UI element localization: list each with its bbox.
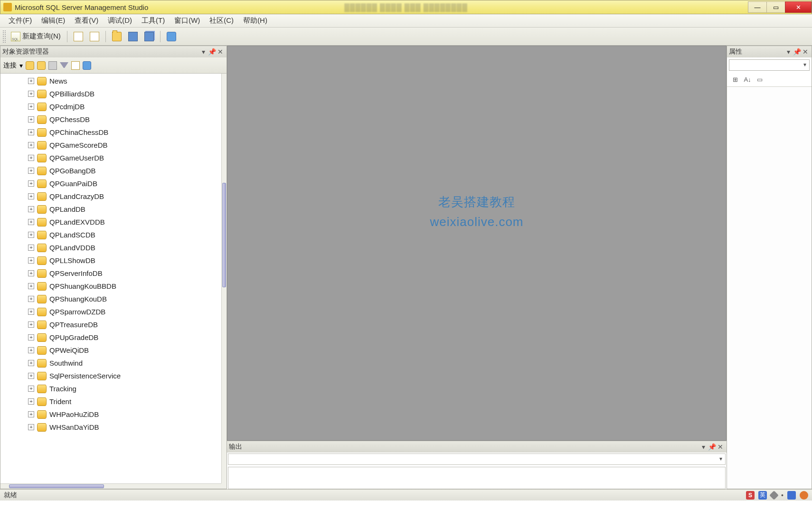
tree-node-database[interactable]: +QPServerInfoDB xyxy=(28,267,221,280)
properties-object-select[interactable] xyxy=(729,59,810,71)
tree-node-database[interactable]: +QPShuangKouDB xyxy=(28,293,221,305)
tree-node-database[interactable]: +QPSparrowDZDB xyxy=(28,305,221,318)
menu-tools[interactable]: 工具(T) xyxy=(137,15,170,27)
tree-node-database[interactable]: +News xyxy=(28,75,221,87)
close-panel-icon[interactable]: ✕ xyxy=(716,443,725,451)
expand-icon[interactable]: + xyxy=(28,257,34,264)
new-file-button-2[interactable] xyxy=(87,30,102,43)
expand-icon[interactable]: + xyxy=(28,411,34,417)
expand-icon[interactable]: + xyxy=(28,219,34,225)
minimize-button[interactable]: — xyxy=(748,1,767,13)
vertical-scrollbar[interactable] xyxy=(221,74,227,483)
panel-dropdown-icon[interactable]: ▾ xyxy=(784,48,793,56)
refresh-list-icon[interactable] xyxy=(71,61,80,70)
pin-icon[interactable]: 📌 xyxy=(793,48,801,56)
tree-node-database[interactable]: +QPBilliardsDB xyxy=(28,87,221,100)
save-all-button[interactable] xyxy=(142,30,156,43)
property-pages-button[interactable]: ▭ xyxy=(755,75,765,85)
tree-node-database[interactable]: +QPcdmjDB xyxy=(28,100,221,113)
menu-help[interactable]: 帮助(H) xyxy=(238,15,272,27)
tree-node-database[interactable]: +WHPaoHuZiDB xyxy=(28,408,221,421)
tree-node-database[interactable]: +WHSanDaYiDB xyxy=(28,421,221,434)
expand-icon[interactable]: + xyxy=(28,309,34,315)
tree-node-database[interactable]: +SqlPersistenceService xyxy=(28,369,221,382)
expand-icon[interactable]: + xyxy=(28,360,34,366)
categorized-button[interactable]: ⊞ xyxy=(730,75,740,85)
horizontal-scrollbar[interactable] xyxy=(0,483,221,489)
expand-icon[interactable]: + xyxy=(28,91,34,97)
properties-header[interactable]: 属性 ▾ 📌 ✕ xyxy=(727,46,812,57)
tree-node-database[interactable]: +QPGuanPaiDB xyxy=(28,177,221,190)
expand-icon[interactable]: + xyxy=(28,424,34,430)
maximize-button[interactable]: ▭ xyxy=(766,1,785,13)
menu-edit[interactable]: 编辑(E) xyxy=(37,15,70,27)
ime-settings-icon[interactable] xyxy=(800,491,808,500)
expand-icon[interactable]: + xyxy=(28,373,34,379)
ime-lang-icon[interactable]: 英 xyxy=(758,491,767,500)
alphabetical-button[interactable]: A↓ xyxy=(742,75,753,85)
tree-node-database[interactable]: +QPLandCrazyDB xyxy=(28,190,221,203)
close-panel-icon[interactable]: ✕ xyxy=(216,48,225,56)
disconnect-icon[interactable] xyxy=(37,61,46,70)
expand-icon[interactable]: + xyxy=(28,142,34,148)
save-button[interactable] xyxy=(126,30,140,43)
expand-icon[interactable]: + xyxy=(28,155,34,161)
tree-node-database[interactable]: +QPLandDB xyxy=(28,203,221,216)
stop-icon[interactable] xyxy=(48,61,57,70)
connect-label[interactable]: 连接 xyxy=(3,61,17,70)
expand-icon[interactable]: + xyxy=(28,104,34,110)
expand-icon[interactable]: + xyxy=(28,296,34,302)
expand-icon[interactable]: + xyxy=(28,193,34,199)
scrollbar-thumb[interactable] xyxy=(9,484,104,488)
expand-icon[interactable]: + xyxy=(28,386,34,392)
expand-icon[interactable]: + xyxy=(28,283,34,289)
tree-node-database[interactable]: +QPGameUserDB xyxy=(28,151,221,164)
expand-icon[interactable]: + xyxy=(28,129,34,135)
object-explorer-header[interactable]: 对象资源管理器 ▾ 📌 ✕ xyxy=(0,46,227,57)
expand-icon[interactable]: + xyxy=(28,270,34,276)
tree-node-database[interactable]: +QPTreasureDB xyxy=(28,318,221,331)
expand-icon[interactable]: + xyxy=(28,321,34,328)
tree-node-database[interactable]: +QPChinaChessDB xyxy=(28,126,221,139)
expand-icon[interactable]: + xyxy=(28,78,34,84)
new-file-button-1[interactable] xyxy=(71,30,85,43)
expand-icon[interactable]: + xyxy=(28,180,34,187)
tree-node-database[interactable]: +Tracking xyxy=(28,382,221,395)
tree-node-database[interactable]: +QPGoBangDB xyxy=(28,164,221,177)
panel-dropdown-icon[interactable]: ▾ xyxy=(199,48,208,56)
refresh-icon[interactable] xyxy=(83,61,91,70)
connect-icon[interactable] xyxy=(26,61,34,70)
output-header[interactable]: 输出 ▾ 📌 ✕ xyxy=(227,441,727,453)
expand-icon[interactable]: + xyxy=(28,334,34,340)
output-body[interactable] xyxy=(228,467,726,489)
ime-s-icon[interactable]: S xyxy=(746,491,755,500)
database-tree[interactable]: +News+QPBilliardsDB+QPcdmjDB+QPChessDB+Q… xyxy=(0,74,221,483)
expand-icon[interactable]: + xyxy=(28,116,34,123)
tree-node-database[interactable]: +QPUpGradeDB xyxy=(28,331,221,344)
tree-node-database[interactable]: +QPGameScoreDB xyxy=(28,139,221,151)
tree-node-database[interactable]: +QPShuangKouBBDB xyxy=(28,280,221,293)
tree-node-database[interactable]: +QPChessDB xyxy=(28,113,221,126)
ime-dot-icon[interactable]: • xyxy=(781,491,784,499)
ime-punct-icon[interactable] xyxy=(769,491,779,500)
tree-node-database[interactable]: +QPLandVDDB xyxy=(28,241,221,254)
expand-icon[interactable]: + xyxy=(28,168,34,174)
expand-icon[interactable]: + xyxy=(28,347,34,353)
menu-debug[interactable]: 调试(D) xyxy=(103,15,137,27)
tree-node-database[interactable]: +Trident xyxy=(28,395,221,408)
expand-icon[interactable]: + xyxy=(28,245,34,251)
connect-dropdown-icon[interactable]: ▾ xyxy=(19,62,23,69)
tree-node-database[interactable]: +QPLLShowDB xyxy=(28,254,221,267)
expand-icon[interactable]: + xyxy=(28,206,34,212)
expand-icon[interactable]: + xyxy=(28,232,34,238)
menu-window[interactable]: 窗口(W) xyxy=(170,15,205,27)
tree-node-database[interactable]: +QPWeiQiDB xyxy=(28,344,221,357)
tree-node-database[interactable]: +QPLandEXVDDB xyxy=(28,216,221,228)
tree-node-database[interactable]: +QPLandSCDB xyxy=(28,228,221,241)
filter-icon[interactable] xyxy=(60,62,68,71)
menu-community[interactable]: 社区(C) xyxy=(205,15,238,27)
pin-icon[interactable]: 📌 xyxy=(708,443,716,451)
tree-node-database[interactable]: +Southwind xyxy=(28,357,221,369)
open-button[interactable] xyxy=(110,30,124,43)
menu-file[interactable]: 文件(F) xyxy=(4,15,37,27)
